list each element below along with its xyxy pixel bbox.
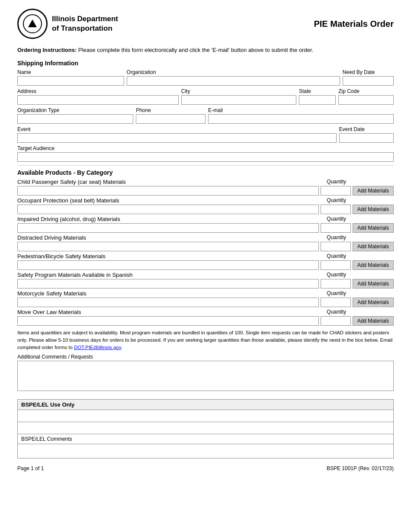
product-row: Pedestrian/Bicycle Safety Materials Quan… (17, 253, 394, 270)
add-materials-button[interactable]: Add Materials (353, 186, 394, 195)
product-text-input[interactable] (17, 298, 319, 307)
product-input-row: Add Materials (17, 186, 394, 195)
footer-note: Items and quantities are subject to avai… (17, 329, 394, 352)
qty-input[interactable] (321, 260, 351, 270)
org-type-field-group: Organization Type (17, 107, 133, 124)
target-audience-field-group: Target Audience (17, 145, 394, 162)
bspe-section: BSPE/LEL Use Only BSPE/LEL Comments (17, 399, 394, 458)
add-materials-button[interactable]: Add Materials (353, 205, 394, 214)
state-field-group: State (299, 88, 336, 105)
shipping-section: Shipping Information Name Organization N… (17, 60, 394, 162)
page-number: Page 1 of 1 (17, 465, 44, 471)
product-name: Motorcycle Safety Materials (17, 290, 87, 297)
qty-label: Quantity (327, 290, 346, 296)
products-section: Available Products - By Category Child P… (17, 169, 394, 326)
bspe-comments-label: BSPE/LEL Comments (18, 434, 393, 444)
ordering-instructions-label: Ordering Instructions: (17, 47, 77, 53)
product-name: Child Passenger Safety (car seat) Materi… (17, 179, 126, 185)
product-text-input[interactable] (17, 316, 319, 326)
qty-input[interactable] (321, 298, 351, 307)
additional-comments-label: Additional Comments / Requests (17, 354, 394, 360)
product-text-input[interactable] (17, 279, 319, 288)
city-field-group: City (181, 88, 296, 105)
form-number: BSPE 1001P (Rev. 02/17/23) (327, 465, 394, 471)
qty-label: Quantity (327, 216, 346, 222)
email-input[interactable] (208, 114, 394, 124)
qty-input[interactable] (321, 316, 351, 326)
zip-input[interactable] (338, 95, 394, 105)
target-audience-input[interactable] (17, 152, 394, 162)
product-text-input[interactable] (17, 223, 319, 233)
product-label-row: Move Over Law Materials Quantity (17, 309, 394, 315)
product-row: Impaired Driving (alcohol, drug) Materia… (17, 216, 394, 233)
product-label-row: Child Passenger Safety (car seat) Materi… (17, 179, 394, 185)
add-materials-button[interactable]: Add Materials (353, 260, 394, 270)
product-label-row: Impaired Driving (alcohol, drug) Materia… (17, 216, 394, 222)
add-materials-button[interactable]: Add Materials (353, 242, 394, 251)
name-input[interactable] (17, 76, 124, 86)
qty-input[interactable] (321, 186, 351, 195)
product-name: Distracted Driving Materials (17, 234, 86, 241)
qty-input[interactable] (321, 205, 351, 214)
add-materials-button[interactable]: Add Materials (353, 279, 394, 288)
event-input[interactable] (17, 133, 337, 143)
phone-label: Phone (136, 107, 206, 113)
bspe-field-2 (18, 422, 393, 434)
shipping-row-5: Target Audience (17, 145, 394, 162)
name-label: Name (17, 69, 124, 75)
product-text-input[interactable] (17, 242, 319, 251)
page-header: Illinois Department of Transportation PI… (17, 9, 394, 39)
add-materials-button[interactable]: Add Materials (353, 223, 394, 233)
product-text-input[interactable] (17, 186, 319, 195)
need-by-input[interactable] (343, 76, 394, 86)
qty-label: Quantity (327, 253, 346, 259)
product-input-row: Add Materials (17, 316, 394, 326)
phone-input[interactable] (136, 114, 206, 124)
ordering-instructions: Ordering Instructions: Please complete t… (17, 46, 394, 54)
product-row: Motorcycle Safety Materials Quantity Add… (17, 290, 394, 307)
org-input[interactable] (127, 76, 340, 86)
add-materials-button[interactable]: Add Materials (353, 298, 394, 307)
product-name: Move Over Law Materials (17, 309, 81, 315)
org-name: Illinois Department of Transportation (52, 14, 118, 33)
address-label: Address (17, 88, 179, 94)
qty-input[interactable] (321, 279, 351, 288)
state-input[interactable] (299, 95, 336, 105)
zip-label: Zip Code (338, 88, 394, 94)
logo-circle (17, 9, 48, 39)
state-label: State (299, 88, 336, 94)
divider-1 (17, 165, 394, 166)
bspe-comments-field (18, 444, 393, 458)
qty-input[interactable] (321, 242, 351, 251)
bspe-field-1 (18, 410, 393, 422)
product-input-row: Add Materials (17, 260, 394, 270)
product-text-input[interactable] (17, 205, 319, 214)
product-row: Safety Program Materials Available in Sp… (17, 272, 394, 288)
additional-comments-input[interactable] (17, 361, 394, 391)
qty-input[interactable] (321, 223, 351, 233)
event-date-input[interactable] (339, 133, 394, 143)
page-footer: Page 1 of 1 BSPE 1001P (Rev. 02/17/23) (17, 465, 394, 471)
logo-area: Illinois Department of Transportation (17, 9, 118, 39)
product-input-row: Add Materials (17, 279, 394, 288)
qty-label: Quantity (327, 309, 346, 315)
qty-label: Quantity (327, 179, 346, 185)
add-materials-button[interactable]: Add Materials (353, 316, 394, 326)
zip-field-group: Zip Code (338, 88, 394, 105)
city-label: City (181, 88, 296, 94)
product-row: Occupant Protection (seat belt) Material… (17, 197, 394, 214)
page-title: PIE Materials Order (314, 19, 394, 29)
logo-triangle-icon (28, 19, 37, 27)
name-field-group: Name (17, 69, 124, 86)
address-input[interactable] (17, 95, 179, 105)
org-field-group: Organization (127, 69, 340, 86)
product-name: Occupant Protection (seat belt) Material… (17, 197, 119, 204)
product-input-row: Add Materials (17, 242, 394, 251)
phone-field-group: Phone (136, 107, 206, 124)
target-audience-label: Target Audience (17, 145, 394, 151)
footer-email-link[interactable]: DOT.PIE@illinois.gov (74, 345, 121, 350)
org-type-input[interactable] (17, 114, 133, 124)
city-input[interactable] (181, 95, 296, 105)
shipping-section-title: Shipping Information (17, 60, 394, 67)
product-text-input[interactable] (17, 260, 319, 270)
